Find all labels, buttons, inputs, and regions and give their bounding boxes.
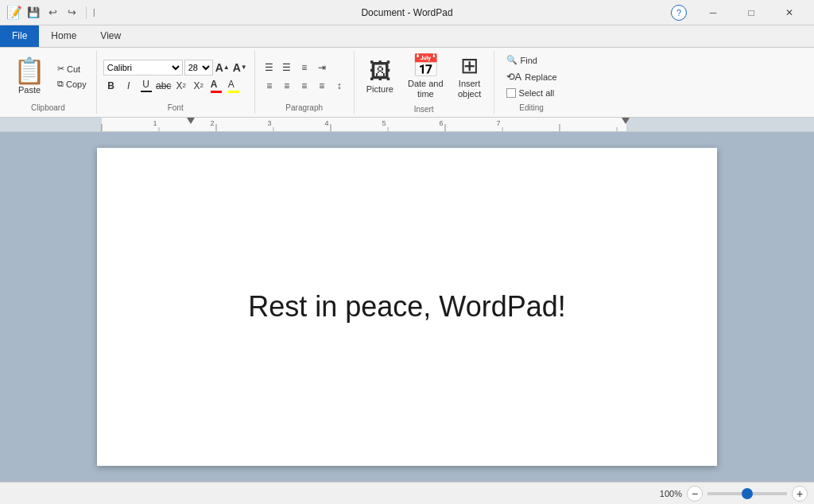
italic-button[interactable]: I — [121, 78, 137, 94]
picture-label: Picture — [366, 84, 393, 94]
svg-text:2: 2 — [210, 119, 214, 127]
zoom-out-button[interactable]: − — [687, 486, 703, 502]
grow-font-button[interactable]: A▲ — [215, 60, 231, 76]
font-color-indicator — [211, 91, 222, 93]
separator — [86, 6, 87, 19]
font-size-select[interactable]: 28 — [184, 60, 213, 76]
line-spacing-button[interactable]: ↕ — [331, 78, 347, 94]
close-button[interactable]: ✕ — [771, 0, 808, 25]
document-page[interactable]: Rest in peace, WordPad! — [97, 148, 717, 466]
clipboard-label: Clipboard — [6, 102, 90, 114]
find-icon: 🔍 — [506, 55, 517, 65]
shrink-font-button[interactable]: A▼ — [232, 60, 248, 76]
bold-button[interactable]: B — [103, 78, 119, 94]
underline-bar — [141, 91, 152, 92]
superscript-button[interactable]: X2 — [191, 78, 207, 94]
quick-access-toolbar: 📝 💾 ↩ ↪ | — [6, 5, 95, 21]
insert-label: Insert — [361, 103, 487, 115]
para-row1: ☰ ☰ ≡ ⇥ — [262, 60, 347, 76]
list-style-button[interactable]: ≡ — [297, 60, 312, 76]
find-button[interactable]: 🔍 Find — [504, 53, 560, 67]
clipboard-content: 📋 Paste ✂ Cut ⧉ Copy — [6, 51, 90, 102]
ribbon: 📋 Paste ✂ Cut ⧉ Copy Clipboard — [0, 48, 814, 118]
document-area: Rest in peace, WordPad! — [0, 132, 814, 482]
window-controls: ? ─ □ ✕ — [668, 0, 808, 25]
svg-text:1: 1 — [153, 119, 157, 127]
font-color-icon: A — [211, 79, 222, 93]
find-label: Find — [521, 56, 537, 65]
select-all-checkbox — [506, 88, 516, 98]
undo-qa-icon[interactable]: ↩ — [45, 5, 60, 21]
app-icon: 📝 — [6, 5, 22, 21]
insert-object-button[interactable]: ⊞ Insertobject — [452, 51, 487, 103]
justify-button[interactable]: ≡ — [314, 78, 330, 94]
align-center-button[interactable]: ≡ — [279, 78, 295, 94]
separator-line: | — [93, 8, 95, 17]
align-right-button[interactable]: ≡ — [297, 78, 312, 94]
datetime-button[interactable]: 📅 Date andtime — [402, 51, 449, 103]
picture-button[interactable]: 🖼 Picture — [361, 56, 399, 98]
select-all-button[interactable]: Select all — [504, 87, 560, 99]
font-label: Font — [103, 102, 248, 114]
tab-view[interactable]: View — [88, 25, 133, 47]
datetime-icon: 📅 — [412, 55, 440, 77]
underline-container: U — [141, 79, 152, 92]
tab-home[interactable]: Home — [39, 25, 88, 47]
paragraph-content: ☰ ☰ ≡ ⇥ ≡ ≡ ≡ ≡ ↕ — [262, 51, 347, 102]
editing-label: Editing — [501, 102, 563, 114]
cut-button[interactable]: ✂ Cut — [54, 62, 90, 76]
zoom-slider-thumb — [742, 488, 753, 499]
highlight-icon: A — [228, 79, 239, 93]
font-family-select[interactable]: Calibri — [103, 60, 183, 76]
copy-button[interactable]: ⧉ Copy — [54, 77, 90, 91]
svg-rect-2 — [102, 118, 626, 131]
align-left-button[interactable]: ≡ — [262, 78, 277, 94]
title-bar: 📝 💾 ↩ ↪ | Document - WordPad ? ─ □ ✕ — [0, 0, 814, 25]
font-content: Calibri 28 A▲ A▼ B I U — [103, 51, 248, 102]
zoom-slider[interactable] — [707, 492, 787, 495]
scissors-icon: ✂ — [57, 64, 64, 74]
indent-increase-button[interactable]: ⇥ — [314, 60, 330, 76]
ruler-svg: 1 2 3 4 5 6 7 — [0, 118, 814, 131]
redo-qa-icon[interactable]: ↪ — [64, 5, 79, 21]
insert-content: 🖼 Picture 📅 Date andtime ⊞ Insertobject — [361, 51, 487, 103]
editing-controls: 🔍 Find ⟲A Replace Select all — [501, 52, 563, 101]
font-row2: B I U abc X2 X2 A — [103, 78, 248, 94]
font-color-button[interactable]: A — [208, 78, 224, 94]
numbering-button[interactable]: ☰ — [279, 60, 295, 76]
highlight-button[interactable]: A — [226, 78, 242, 94]
minimize-button[interactable]: ─ — [695, 0, 731, 25]
paragraph-group: ☰ ☰ ≡ ⇥ ≡ ≡ ≡ ≡ ↕ Paragraph — [255, 51, 355, 114]
tab-file[interactable]: File — [0, 25, 39, 47]
maximize-button[interactable]: □ — [733, 0, 769, 25]
replace-button[interactable]: ⟲A Replace — [504, 69, 560, 84]
font-group: Calibri 28 A▲ A▼ B I U — [97, 51, 255, 114]
select-all-label: Select all — [519, 88, 555, 98]
paragraph-label: Paragraph — [262, 102, 347, 114]
clipboard-group: 📋 Paste ✂ Cut ⧉ Copy Clipboard — [0, 51, 97, 114]
ruler: 1 2 3 4 5 6 7 — [0, 118, 814, 132]
picture-icon: 🖼 — [369, 60, 391, 83]
help-button[interactable]: ? — [671, 5, 687, 21]
window-title: Document - WordPad — [361, 7, 452, 18]
paste-button[interactable]: 📋 Paste — [6, 52, 52, 100]
document-text[interactable]: Rest in peace, WordPad! — [248, 290, 566, 324]
save-qa-icon[interactable]: 💾 — [25, 5, 41, 21]
underline-button[interactable]: U — [138, 78, 154, 94]
insert-object-label: Insertobject — [458, 79, 481, 99]
subscript-button[interactable]: X2 — [173, 78, 189, 94]
datetime-label: Date andtime — [408, 79, 444, 99]
font-row1: Calibri 28 A▲ A▼ — [103, 60, 248, 76]
copy-icon: ⧉ — [57, 79, 64, 89]
svg-text:4: 4 — [324, 119, 328, 127]
svg-rect-1 — [0, 118, 102, 131]
paste-label: Paste — [18, 85, 41, 95]
para-row2: ≡ ≡ ≡ ≡ ↕ — [262, 78, 347, 94]
svg-text:3: 3 — [267, 119, 271, 127]
zoom-in-button[interactable]: + — [792, 486, 808, 502]
svg-text:7: 7 — [496, 119, 500, 127]
bullets-button[interactable]: ☰ — [262, 60, 277, 76]
replace-label: Replace — [525, 72, 556, 82]
strikethrough-button[interactable]: abc — [156, 78, 172, 94]
insert-group: 🖼 Picture 📅 Date andtime ⊞ Insertobject … — [355, 51, 494, 114]
